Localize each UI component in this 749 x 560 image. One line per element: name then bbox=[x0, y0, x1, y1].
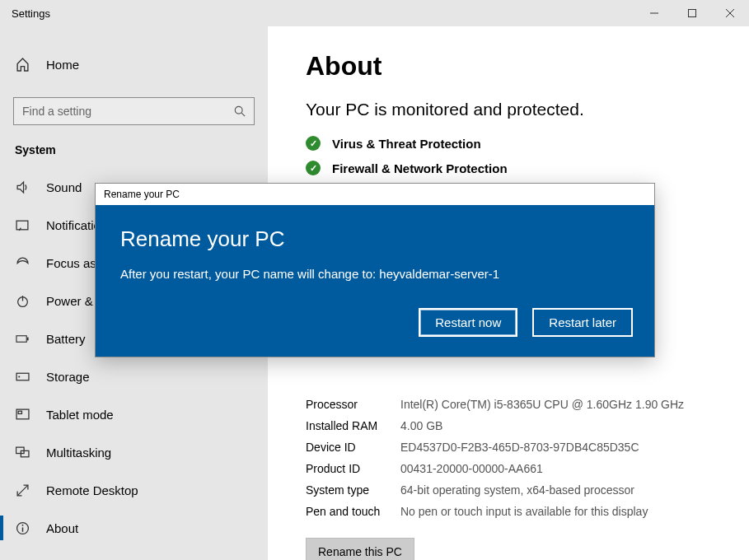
svg-rect-14 bbox=[18, 411, 21, 413]
focus-icon bbox=[15, 256, 30, 270]
protection-item-label: Firewall & Network Protection bbox=[332, 161, 508, 175]
search-icon bbox=[234, 105, 246, 117]
close-button[interactable] bbox=[711, 0, 749, 26]
home-icon bbox=[15, 58, 30, 72]
page-title: About bbox=[306, 51, 724, 82]
spec-value: 4.00 GB bbox=[400, 419, 442, 432]
spec-label: Pen and touch bbox=[306, 505, 400, 518]
protection-item: ✓Virus & Threat Protection bbox=[306, 136, 724, 151]
sidebar-item-tablet-mode[interactable]: Tablet mode bbox=[0, 395, 268, 433]
spec-label: Processor bbox=[306, 398, 400, 411]
spec-label: Installed RAM bbox=[306, 419, 400, 432]
sidebar-item-label: Tablet mode bbox=[46, 408, 114, 422]
spec-row: ProcessorIntel(R) Core(TM) i5-8365U CPU … bbox=[306, 398, 724, 411]
svg-rect-1 bbox=[689, 10, 696, 17]
rename-pc-dialog: Rename your PC Rename your PC After you … bbox=[95, 183, 655, 357]
sidebar-item-about[interactable]: About bbox=[0, 509, 268, 547]
titlebar: Settings bbox=[0, 0, 749, 26]
check-icon: ✓ bbox=[306, 161, 321, 175]
spec-value: 00431-20000-00000-AA661 bbox=[400, 462, 543, 475]
sidebar-item-label: About bbox=[46, 521, 78, 535]
dialog-header: Rename your PC bbox=[96, 184, 654, 205]
protection-item: ✓Firewall & Network Protection bbox=[306, 161, 724, 175]
rename-pc-button[interactable]: Rename this PC bbox=[306, 538, 414, 560]
device-specs: ProcessorIntel(R) Core(TM) i5-8365U CPU … bbox=[306, 398, 724, 518]
spec-row: Installed RAM4.00 GB bbox=[306, 419, 724, 432]
spec-label: Product ID bbox=[306, 462, 400, 475]
spec-row: Product ID00431-20000-00000-AA661 bbox=[306, 462, 724, 475]
protection-headline: Your PC is monitored and protected. bbox=[306, 100, 724, 119]
sidebar-item-label: Storage bbox=[46, 370, 90, 384]
protection-item-label: Virus & Threat Protection bbox=[332, 137, 481, 151]
dialog-message: After you restart, your PC name will cha… bbox=[120, 267, 630, 281]
sidebar-item-multitasking[interactable]: Multitasking bbox=[0, 433, 268, 471]
spec-label: Device ID bbox=[306, 441, 400, 454]
check-icon: ✓ bbox=[306, 136, 321, 151]
multitasking-icon bbox=[15, 446, 30, 460]
sidebar-item-remote-desktop[interactable]: Remote Desktop bbox=[0, 471, 268, 509]
sidebar-section-label: System bbox=[0, 137, 268, 168]
notification-icon bbox=[15, 218, 30, 232]
svg-point-12 bbox=[18, 376, 20, 377]
svg-rect-9 bbox=[16, 335, 26, 342]
svg-rect-6 bbox=[16, 221, 28, 230]
restart-now-button[interactable]: Restart now bbox=[419, 308, 517, 337]
sidebar-item-storage[interactable]: Storage bbox=[0, 357, 268, 395]
battery-icon bbox=[15, 332, 30, 346]
sidebar-home[interactable]: Home bbox=[0, 46, 268, 82]
window-controls bbox=[635, 0, 749, 26]
sidebar-item-label: Multitasking bbox=[46, 446, 111, 460]
sidebar-home-label: Home bbox=[46, 58, 79, 72]
spec-row: Device IDED4537D0-F2B3-465D-8703-97DB4C8… bbox=[306, 441, 724, 454]
window-title: Settings bbox=[12, 7, 50, 20]
spec-label: System type bbox=[306, 483, 400, 497]
spec-row: System type64-bit operating system, x64-… bbox=[306, 483, 724, 497]
sidebar-item-label: Battery bbox=[46, 332, 86, 346]
about-icon bbox=[15, 521, 30, 535]
svg-point-4 bbox=[235, 106, 242, 114]
sidebar-item-label: Remote Desktop bbox=[46, 483, 138, 497]
search-input[interactable] bbox=[22, 105, 234, 118]
tablet-icon bbox=[15, 408, 30, 422]
svg-rect-10 bbox=[26, 337, 28, 340]
spec-row: Pen and touchNo pen or touch input is av… bbox=[306, 505, 724, 518]
storage-icon bbox=[15, 370, 30, 384]
spec-value: Intel(R) Core(TM) i5-8365U CPU @ 1.60GHz… bbox=[400, 398, 684, 411]
svg-line-5 bbox=[241, 113, 245, 116]
restart-later-button[interactable]: Restart later bbox=[532, 308, 633, 337]
svg-line-17 bbox=[17, 485, 28, 496]
spec-value: No pen or touch input is available for t… bbox=[400, 505, 648, 518]
spec-value: 64-bit operating system, x64-based proce… bbox=[400, 483, 634, 497]
maximize-button[interactable] bbox=[673, 0, 711, 26]
search-box[interactable] bbox=[13, 97, 255, 125]
dialog-title: Rename your PC bbox=[120, 226, 630, 252]
svg-point-20 bbox=[21, 524, 23, 525]
minimize-button[interactable] bbox=[635, 0, 673, 26]
sound-icon bbox=[15, 180, 30, 194]
spec-value: ED4537D0-F2B3-465D-8703-97DB4C85D35C bbox=[400, 441, 639, 454]
remote-icon bbox=[15, 483, 30, 497]
sidebar-item-label: Sound bbox=[46, 180, 82, 194]
power-icon bbox=[15, 294, 30, 308]
